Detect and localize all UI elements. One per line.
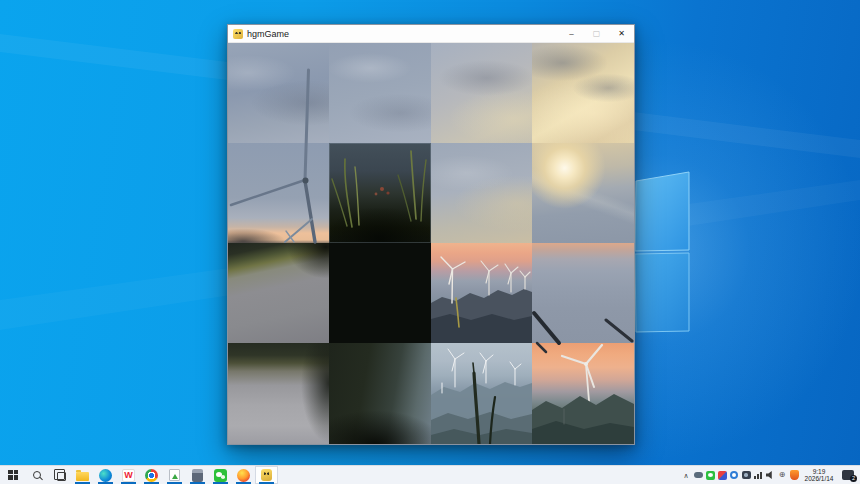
editor-icon — [169, 469, 180, 481]
puzzle-tile-r3c2[interactable] — [431, 343, 532, 444]
taskbar: W ∧ — [0, 465, 860, 484]
clock-date: 2026/1/14 — [800, 475, 838, 483]
tray-network[interactable] — [752, 466, 764, 484]
taskbar-app-file-explorer[interactable] — [71, 466, 94, 484]
wechat-tray-icon — [706, 471, 715, 480]
puzzle-tile-r0c1[interactable] — [329, 43, 431, 143]
notification-badge: 2 — [850, 475, 857, 482]
edge-icon — [99, 469, 112, 482]
system-tray: ∧ ⊕ 9:19 2026/1/14 2 — [680, 466, 858, 484]
clock-time: 9:19 — [800, 468, 838, 476]
maximize-button[interactable]: ▢ — [584, 25, 609, 42]
puzzle-tile-r2c1-empty[interactable] — [329, 243, 431, 343]
firefox-icon — [237, 469, 250, 482]
puzzle-tile-r1c1[interactable] — [329, 143, 431, 243]
ring-app-icon — [730, 471, 738, 479]
puzzle-tile-r0c3[interactable] — [532, 43, 634, 143]
network-signal-icon — [754, 471, 763, 479]
taskbar-app-wps[interactable]: W — [117, 466, 140, 484]
puzzle-tile-r1c3[interactable] — [532, 143, 634, 243]
tray-expand-button[interactable]: ∧ — [680, 466, 692, 484]
desktop: hgmGame – ▢ ✕ — [0, 0, 860, 484]
chevron-up-icon: ∧ — [683, 472, 688, 479]
taskbar-app-hgmgame-active[interactable] — [255, 466, 278, 484]
puzzle-tile-r3c3[interactable] — [532, 343, 634, 444]
puzzle-tile-r0c0[interactable] — [228, 43, 329, 143]
task-view-icon — [57, 472, 66, 481]
tray-security[interactable] — [788, 466, 800, 484]
puzzle-tile-r3c1[interactable] — [329, 343, 431, 444]
puzzle-tile-r1c0[interactable] — [228, 143, 329, 243]
taskbar-app-firefox[interactable] — [232, 466, 255, 484]
search-button[interactable] — [25, 466, 48, 484]
taskbar-app-area: W — [2, 466, 278, 484]
app-window-icon — [233, 29, 243, 39]
start-button[interactable] — [2, 466, 25, 484]
tray-volume[interactable] — [764, 466, 776, 484]
tray-cloud[interactable] — [692, 466, 704, 484]
taskbar-app-editor[interactable] — [163, 466, 186, 484]
tray-wechat[interactable] — [704, 466, 716, 484]
puzzle-tile-r2c2[interactable] — [431, 243, 532, 343]
security-shield-icon — [790, 470, 799, 480]
tray-ring[interactable] — [728, 466, 740, 484]
tray-location[interactable]: ⊕ — [776, 466, 788, 484]
taskbar-app-wechat[interactable] — [209, 466, 232, 484]
tray-music[interactable] — [716, 466, 728, 484]
wechat-icon — [214, 469, 227, 482]
puzzle-tile-r3c0[interactable] — [228, 343, 329, 444]
chrome-icon — [145, 469, 158, 482]
window-title: hgmGame — [247, 29, 289, 39]
hgmgame-window: hgmGame – ▢ ✕ — [227, 24, 635, 445]
calculator-icon — [192, 469, 203, 482]
windows-logo-icon — [8, 470, 19, 481]
taskbar-app-calculator[interactable] — [186, 466, 209, 484]
tray-capture[interactable] — [740, 466, 752, 484]
capture-icon — [742, 471, 751, 479]
cloud-icon — [694, 472, 703, 478]
wps-office-icon: W — [122, 469, 135, 482]
taskbar-clock[interactable]: 9:19 2026/1/14 — [800, 468, 838, 483]
search-icon — [33, 471, 41, 479]
taskbar-app-chrome[interactable] — [140, 466, 163, 484]
file-explorer-icon — [76, 472, 89, 481]
taskbar-app-edge[interactable] — [94, 466, 117, 484]
puzzle-tile-r2c3[interactable] — [532, 243, 634, 343]
minimize-button[interactable]: – — [559, 25, 584, 42]
close-button[interactable]: ✕ — [609, 25, 634, 42]
window-titlebar[interactable]: hgmGame – ▢ ✕ — [228, 25, 634, 43]
location-settings-icon: ⊕ — [779, 471, 786, 479]
puzzle-board — [228, 43, 634, 444]
volume-icon — [766, 471, 774, 479]
window-controls: – ▢ ✕ — [559, 25, 634, 42]
puzzle-tile-r0c2[interactable] — [431, 43, 532, 143]
notification-center-button[interactable]: 2 — [838, 466, 858, 484]
hgmgame-icon — [261, 469, 272, 481]
puzzle-tile-r1c2[interactable] — [431, 143, 532, 243]
puzzle-tile-grid — [228, 43, 634, 444]
task-view-button[interactable] — [48, 466, 71, 484]
music-app-icon — [718, 471, 727, 480]
puzzle-tile-r2c0[interactable] — [228, 243, 329, 343]
